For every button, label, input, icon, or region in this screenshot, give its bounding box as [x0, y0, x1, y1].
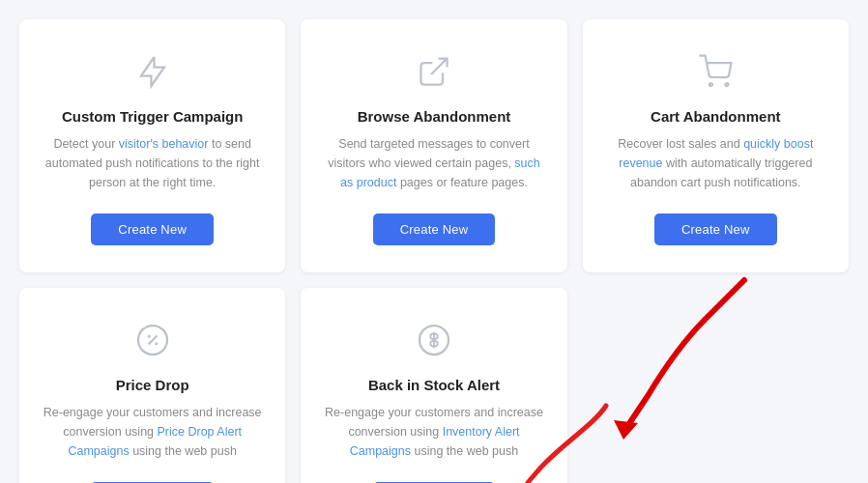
card-custom-trigger-desc: Detect your visitor's behavior to send a… [43, 134, 262, 192]
dollar-icon [411, 317, 457, 363]
empty-cell [583, 288, 849, 483]
card-cart-abandonment-desc: Recover lost sales and quickly boost rev… [606, 134, 825, 192]
card-back-in-stock: Back in Stock Alert Re-engage your custo… [301, 288, 566, 483]
card-price-drop-desc: Re-engage your customers and increase co… [43, 403, 262, 461]
percent-icon [130, 317, 176, 363]
svg-line-0 [431, 59, 448, 75]
card-browse-abandonment-desc: Send targeted messages to convert visito… [324, 134, 543, 192]
create-new-button-cart-abandonment[interactable]: Create New [654, 213, 777, 245]
create-new-button-browse-abandonment[interactable]: Create New [373, 213, 496, 245]
card-custom-trigger: Custom Trigger Campaign Detect your visi… [19, 19, 285, 272]
svg-point-5 [147, 335, 150, 338]
cart-icon [692, 48, 738, 95]
card-price-drop: Price Drop Re-engage your customers and … [19, 288, 285, 483]
card-browse-abandonment-title: Browse Abandonment [358, 108, 511, 125]
card-back-in-stock-desc: Re-engage your customers and increase co… [324, 403, 543, 461]
card-cart-abandonment: Cart Abandonment Recover lost sales and … [583, 19, 849, 272]
campaign-grid: Custom Trigger Campaign Detect your visi… [19, 19, 849, 483]
external-link-icon [411, 48, 457, 95]
card-cart-abandonment-title: Cart Abandonment [651, 108, 780, 125]
card-back-in-stock-title: Back in Stock Alert [368, 377, 500, 393]
svg-point-2 [726, 83, 729, 86]
bolt-icon [130, 48, 176, 95]
card-custom-trigger-title: Custom Trigger Campaign [62, 108, 244, 125]
svg-point-1 [709, 83, 712, 86]
svg-point-6 [155, 342, 158, 345]
create-new-button-custom-trigger[interactable]: Create New [91, 213, 214, 245]
card-browse-abandonment: Browse Abandonment Send targeted message… [301, 19, 566, 272]
card-price-drop-title: Price Drop [116, 377, 189, 393]
